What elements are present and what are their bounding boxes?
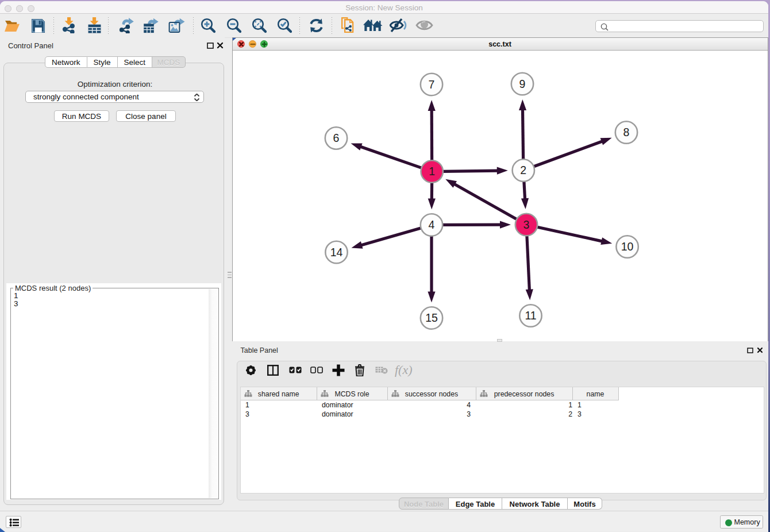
svg-text:3: 3: [523, 218, 530, 231]
svg-text:2: 2: [520, 164, 526, 176]
svg-text:1: 1: [429, 165, 435, 178]
svg-text:7: 7: [429, 78, 435, 91]
svg-text:10: 10: [621, 240, 634, 253]
svg-text:8: 8: [623, 126, 630, 138]
svg-text:9: 9: [519, 78, 526, 90]
svg-text:14: 14: [330, 246, 343, 259]
svg-text:6: 6: [333, 132, 340, 144]
svg-text:4: 4: [429, 218, 435, 231]
svg-text:11: 11: [525, 309, 536, 322]
svg-text:15: 15: [425, 311, 438, 324]
